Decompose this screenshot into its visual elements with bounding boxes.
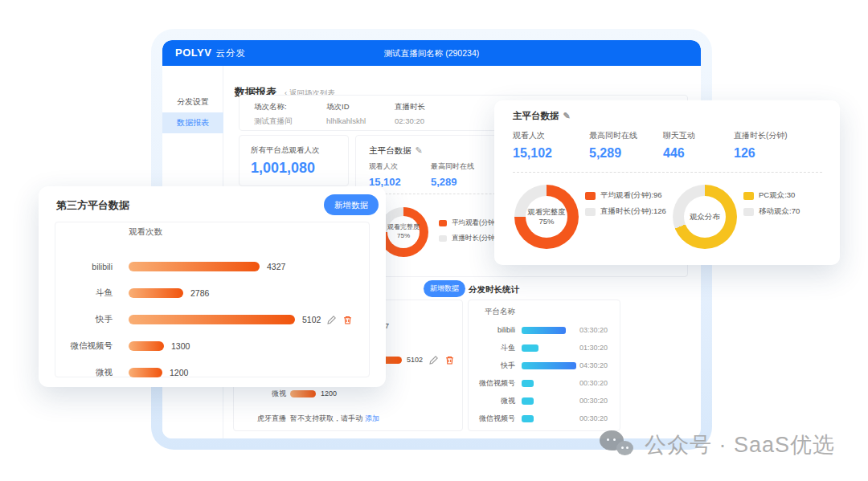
huya-note-text: 暂不支持获取，请手动: [290, 414, 362, 424]
row-value: 1300: [171, 341, 190, 351]
row-value: 5102: [407, 356, 423, 364]
session-id-label: 场次ID: [326, 102, 366, 112]
chart-row: 微信视频号00:30:20: [469, 413, 576, 424]
bar: [522, 397, 534, 405]
bar: [522, 362, 576, 369]
audience-donut-chart: 观众分布: [673, 185, 737, 249]
huya-label: 虎牙直播: [234, 414, 286, 424]
chart-row: 斗鱼2786: [55, 284, 353, 302]
edit-icon[interactable]: ✎: [416, 145, 423, 155]
session-name-label: 场次名称:: [254, 102, 293, 112]
row-label: 微信视频号: [469, 378, 515, 389]
row-value: 00:30:20: [579, 414, 608, 422]
chart-row: 斗鱼01:30:20: [469, 342, 576, 353]
row-label: 微视: [55, 367, 113, 378]
stat-views: 观看人次 15,102: [513, 130, 552, 161]
session-name-value: 测试直播间: [254, 116, 293, 127]
edit-icon[interactable]: ✎: [563, 111, 571, 120]
bar: [290, 390, 316, 397]
watermark: 公众号 · SaaS优选: [600, 429, 835, 461]
completion-donut-legend: 平均观看(分钟):96 直播时长(分钟):126: [585, 190, 666, 222]
bar: [522, 344, 538, 352]
row-value: 04:30:20: [579, 361, 608, 369]
chart-row: bilibili03:30:20: [469, 324, 576, 336]
total-views-card: 所有平台总观看人次 1,001,080: [239, 135, 349, 186]
bar: [129, 288, 183, 298]
add-data-button[interactable]: 新增数据: [424, 280, 465, 297]
platform-column-header: 平台名称: [469, 307, 515, 317]
stat-views: 观看人次 15,102: [369, 161, 401, 188]
completion-donut-chart: 观看完整度75%: [379, 207, 428, 257]
sidebar-item-data-report[interactable]: 数据报表: [162, 112, 223, 133]
chart-row: 微信视频号1300: [55, 337, 353, 355]
dashed-divider: [513, 172, 822, 173]
main-platform-card-title: 主平台数据✎: [369, 145, 423, 157]
bar: [522, 380, 534, 387]
stat-chat: 聊天互动 446: [663, 130, 695, 161]
views-column-header: 观看次数: [129, 226, 162, 238]
total-views-label: 所有平台总观看人次: [251, 145, 320, 156]
delete-icon[interactable]: [444, 355, 455, 365]
row-value: 5102: [302, 315, 321, 324]
row-value: 01:30:20: [579, 344, 608, 352]
chart-row: 微信视频号00:30:20: [469, 377, 576, 389]
third-party-dialog: 第三方平台数据 新增数据 观看次数 bilibili4327斗鱼2786快手51…: [39, 186, 386, 387]
add-data-button[interactable]: 新增数据: [324, 194, 379, 215]
completion-donut-chart: 观看完整度75%: [514, 185, 579, 249]
session-id-field: 场次ID hlhlkahlskhl: [326, 102, 366, 125]
watermark-text: 公众号 · SaaS优选: [645, 430, 835, 459]
stat-duration: 直播时长(分钟) 126: [734, 130, 788, 161]
bar: [522, 415, 534, 422]
chart-row: 微视00:30:20: [469, 395, 576, 406]
stat-peak-online: 最高同时在线 5,289: [589, 130, 637, 161]
session-name-field: 场次名称: 测试直播间: [254, 102, 293, 127]
third-party-bar-rows: bilibili4327斗鱼2786快手5102微信视频号1300微视1200: [55, 258, 353, 390]
duration-bar-rows: bilibili03:30:20斗鱼01:30:20快手04:30:20微信视频…: [469, 324, 576, 430]
live-duration-label: 直播时长: [395, 102, 425, 112]
main-platform-dialog: 主平台数据✎ 观看人次 15,102 最高同时在线 5,289 聊天互动 446…: [494, 100, 840, 265]
row-label: bilibili: [469, 326, 515, 334]
row-value: 4327: [267, 262, 285, 271]
row-value: 1200: [170, 368, 188, 377]
row-value: 2786: [190, 288, 209, 298]
bar: [129, 262, 260, 271]
row-value: 1200: [321, 389, 337, 397]
total-views-value: 1,001,080: [251, 160, 315, 177]
row-value: 00:30:20: [579, 379, 608, 387]
sidebar-item-distribution-settings[interactable]: 分发设置: [162, 92, 223, 112]
stat-peak-online: 最高同时在线 5,289: [431, 161, 474, 188]
huya-note-row: 虎牙直播 暂不支持获取，请手动 添加: [234, 414, 464, 424]
dialog-title: 第三方平台数据: [56, 198, 129, 213]
audience-donut-legend: PC观众:30 移动观众:70: [743, 190, 800, 222]
duration-section-title: 分发时长统计: [469, 284, 519, 296]
dialog-title: 主平台数据✎: [513, 110, 571, 122]
row-label: 斗鱼: [469, 343, 515, 353]
chart-row: 快手5102: [55, 311, 353, 328]
live-duration-field: 直播时长 02:30:20: [395, 102, 425, 125]
bar: [129, 315, 295, 324]
session-id-value: hlhlkahlskhl: [326, 116, 366, 125]
bar: [129, 341, 164, 351]
row-label: bilibili: [55, 262, 113, 271]
chart-row: 快手04:30:20: [469, 360, 576, 371]
bar: [129, 368, 162, 377]
duration-card: 平台名称 bilibili03:30:20斗鱼01:30:20快手04:30:2…: [468, 300, 620, 431]
bar: [522, 327, 566, 334]
row-label: 快手: [469, 361, 515, 371]
add-manually-link[interactable]: 添加: [365, 414, 379, 424]
window-title: 测试直播间名称 (290234): [162, 40, 701, 66]
row-label: 微信视频号: [469, 414, 515, 424]
row-label: 微视: [469, 396, 515, 406]
live-duration-value: 02:30:20: [395, 116, 425, 125]
row-label: 斗鱼: [55, 287, 113, 299]
delete-icon[interactable]: [342, 315, 353, 325]
row-label: 快手: [55, 314, 113, 325]
window-header: POLYV云分发 测试直播间名称 (290234): [162, 40, 701, 66]
chart-row: 微视1200: [55, 364, 353, 381]
chart-row: bilibili4327: [55, 258, 353, 275]
row-value: 03:30:20: [579, 326, 608, 334]
edit-icon[interactable]: [326, 315, 337, 325]
row-label: 微信视频号: [55, 340, 113, 352]
edit-icon[interactable]: [428, 355, 439, 365]
wechat-icon: [600, 429, 637, 461]
